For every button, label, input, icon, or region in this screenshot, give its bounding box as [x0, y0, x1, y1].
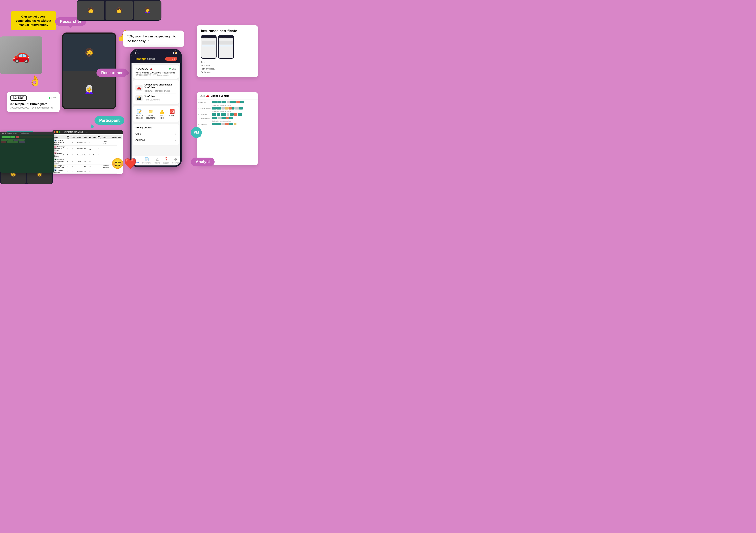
researcher-badge-mid: Researcher	[96, 69, 127, 77]
action-grid: 📝 Make a change 📁 Policy documents ⚠️ Ma…	[133, 106, 179, 122]
policy-details: Policy details Cars ∨ Address ∨	[133, 124, 179, 145]
policy-card: HD2IGLU 🚗 Live Ford Focus 1.6 Zetec Powe…	[133, 65, 179, 79]
promo-card: 🚗 Competitive pricing with YouDrive Be r…	[133, 80, 179, 104]
smiling-face-emoji: 😊❤️	[111, 157, 137, 170]
live-badge: Live	[49, 97, 56, 99]
phone-content: HD2IGLU 🚗 Live Ford Focus 1.6 Zetec Powe…	[131, 63, 180, 156]
insurance-card: Insurance certificate HASTINGS HASTINGS	[197, 25, 258, 77]
nav-settings[interactable]: ⚙ Settings	[172, 157, 179, 164]
insurance-title: Insurance certificate	[201, 29, 254, 33]
participant-badge-bottom: Participant	[94, 116, 124, 125]
action-make-claim[interactable]: ⚠️ Make a claim	[157, 107, 167, 121]
video-strip-top: 🧑 👩 👩‍🦱	[77, 0, 161, 21]
table-row: ● Updating your DD bank details 03 Accou…	[53, 139, 122, 146]
detail-row-address[interactable]: Address ∨	[135, 137, 176, 143]
policy-car-model: Ford Focus 1.6 Zetec Powershot	[135, 71, 176, 74]
phone-nav: 🛡 Policies 📄 Documents ⚠ Claims ❓ Suppor…	[131, 156, 180, 165]
table-row: ● Activating a payment in arrears 26 Acc…	[53, 146, 122, 152]
hastings-logo: Hastings DIRECT	[135, 57, 155, 61]
action-emergency[interactable]: 🆘 Emer...	[168, 107, 177, 121]
nav-claims[interactable]: ⚠ Claims	[154, 157, 160, 164]
screen-recording-card: ◀ ▶ ⏹ Payments App — Test Session	[0, 131, 54, 173]
video-person-1: 🧑	[77, 1, 104, 20]
car-image: 🚗	[0, 37, 42, 74]
phone-status-bar: 9:41 ▪ ▪ ▪ ◀ 📶	[131, 50, 180, 55]
help-button[interactable]: ❓ Help	[165, 57, 177, 61]
ok-hand-emoji: 👌	[29, 75, 41, 87]
tablet-video-top: 🧔	[63, 34, 115, 71]
phone-frame: 9:41 ▪ ▪ ▪ ◀ 📶 Hastings DIRECT ❓ Help HD…	[130, 49, 182, 167]
phone-header: Hastings DIRECT ❓ Help	[131, 55, 180, 63]
analyst-badge: Analyst	[191, 157, 215, 166]
insurance-text: As a Whe insur... I am my i logg... So t…	[201, 61, 254, 74]
question-box: Can we get users completing tasks withou…	[11, 11, 56, 30]
flow-card: glue 🚗 Change vehicle Change car Exclude…	[197, 92, 258, 165]
policy-plate: HD2IGLU	[135, 67, 148, 70]
table-row: ● Viewing your payment history 26 Accoun…	[53, 152, 122, 158]
nav-documents[interactable]: 📄 Documents	[142, 157, 151, 164]
insurance-phones: HASTINGS HASTINGS	[201, 35, 254, 59]
question-text: Can we get users completing tasks withou…	[16, 15, 51, 26]
promo-item-1[interactable]: 🚗 Competitive pricing with YouDrive Be r…	[135, 82, 176, 94]
quote-bubble: "Oh, wow, I wasn't expecting it to be th…	[123, 31, 184, 47]
promo-item-2[interactable]: 📸 YouDrive Track your driving ›	[135, 94, 176, 102]
live-dot	[49, 97, 50, 99]
nav-support[interactable]: ❓ Support	[163, 157, 169, 164]
flow-content: Change car Exclude the following questio…	[197, 99, 258, 128]
address-ref: XA000000000000 365 days remaining	[11, 106, 56, 109]
action-make-change[interactable]: 📝 Make a change	[135, 107, 144, 121]
policy-details-title: Policy details	[135, 126, 176, 129]
quote-text: "Oh, wow, I wasn't expecting it to be th…	[127, 35, 176, 43]
detail-row-cars[interactable]: Cars ∨	[135, 130, 176, 137]
action-policy-docs[interactable]: 📁 Policy documents	[145, 107, 156, 121]
address-plate: B2 5DP	[11, 95, 27, 101]
flow-header: glue 🚗 Change vehicle	[197, 92, 258, 99]
address-card: B2 5DP Live 37 Temple St, Birmingham XA0…	[7, 92, 60, 112]
video-person-2: 👩	[105, 1, 132, 20]
address-title: 37 Temple St, Birmingham	[11, 102, 56, 105]
video-person-3: 👩‍🦱	[134, 1, 161, 20]
